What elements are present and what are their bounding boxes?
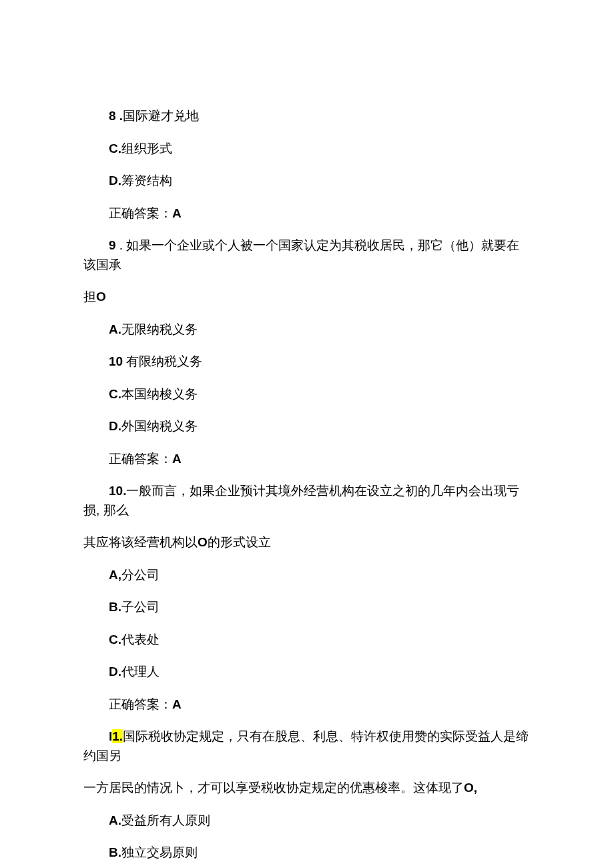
text-segment: 一方居民的情况卜，才可以享受税收协定规定的优惠梭率。这体现了 (83, 781, 464, 795)
text-segment: 筹资结构 (121, 173, 172, 187)
text-line: 一方居民的情况卜，才可以享受税收协定规定的优惠梭率。这体现了O, (83, 779, 531, 798)
text-segment: 受益所有人原则 (121, 813, 210, 827)
text-segment: D. (109, 419, 121, 433)
text-segment: 组织形式 (121, 141, 172, 155)
text-line: D.筹资结构 (83, 171, 531, 191)
text-line: 正确答案：A (83, 204, 531, 224)
text-line: A.无限纳税义务 (83, 320, 531, 340)
text-segment: 代表处 (121, 632, 160, 646)
text-segment: 的形式设立 (208, 535, 271, 549)
text-segment: O (198, 535, 208, 549)
text-segment: 代理人 (121, 665, 160, 679)
text-segment: 国际避才兑地 (123, 109, 199, 123)
document-page: 8 .国际避才兑地C.组织形式D.筹资结构正确答案：A9 . 如果一个企业或个人… (0, 0, 614, 868)
text-segment: 子公司 (121, 600, 160, 614)
text-segment: 本国纳梭义务 (121, 387, 198, 401)
text-segment: D. (109, 173, 121, 187)
text-segment: B. (109, 845, 121, 859)
text-segment: 8 . (109, 109, 123, 123)
text-segment: 9 (109, 238, 116, 252)
text-segment: D. (109, 665, 121, 679)
text-segment: 有限纳税义务 (123, 354, 202, 368)
text-line: I1.国际税收协定规定，只有在股息、利息、特许权使用赞的实际受益人是缔约国另 (83, 727, 531, 765)
text-segment: A (172, 697, 182, 711)
text-segment: C. (109, 632, 121, 646)
text-segment: O, (464, 781, 477, 795)
text-line: 9 . 如果一个企业或个人被一个国家认定为其税收居民，那它（他）就要在该国承 (83, 236, 531, 274)
text-line: 正确答案：A (83, 695, 531, 715)
text-line: B.独立交易原则 (83, 843, 531, 863)
text-line: 10 有限纳税义务 (83, 352, 531, 372)
text-segment: A. (109, 322, 121, 336)
text-line: C.组织形式 (83, 139, 531, 159)
text-segment: B. (109, 600, 121, 614)
text-segment: 其应将该经营机构以 (83, 535, 198, 549)
text-segment: 外国纳税义务 (121, 419, 198, 433)
text-segment: A. (109, 813, 121, 827)
text-line: A.受益所有人原则 (83, 811, 531, 831)
document-content: 8 .国际避才兑地C.组织形式D.筹资结构正确答案：A9 . 如果一个企业或个人… (83, 107, 531, 868)
text-line: 其应将该经营机构以O的形式设立 (83, 533, 531, 552)
text-segment: A (172, 452, 182, 466)
text-line: B.子公司 (83, 598, 531, 617)
text-segment: 分公司 (121, 568, 160, 582)
text-line: 10.一般而言，如果企业预计其境外经营机构在设立之初的几年内会出现亏损, 那么 (83, 482, 531, 520)
text-segment: C. (109, 387, 121, 401)
text-segment: 正确答案： (109, 697, 172, 711)
text-segment: O (96, 290, 106, 304)
text-segment: A (172, 206, 182, 220)
text-segment: 1. (112, 729, 123, 743)
text-line: C.本国纳梭义务 (83, 385, 531, 404)
text-segment: A, (109, 568, 121, 582)
text-segment: 一般而言，如果企业预计其境外经营机构在设立之初的几年内会出现亏损, 那么 (83, 484, 519, 517)
text-line: 担O (83, 288, 531, 307)
text-line: A,分公司 (83, 566, 531, 585)
text-segment: 独立交易原则 (121, 845, 198, 859)
text-line: D.代理人 (83, 663, 531, 682)
text-line: C.代表处 (83, 630, 531, 650)
text-segment: 正确答案： (109, 206, 172, 220)
text-line: 8 .国际避才兑地 (83, 107, 531, 126)
text-segment: 10 (109, 354, 123, 368)
text-segment: 无限纳税义务 (121, 322, 198, 336)
text-line: 正确答案：A (83, 450, 531, 469)
text-segment: 正确答案： (109, 452, 172, 466)
text-segment: C. (109, 141, 121, 155)
text-segment: 国际税收协定规定，只有在股息、利息、特许权使用赞的实际受益人是缔约国另 (83, 729, 529, 763)
text-segment: 10. (109, 484, 126, 498)
text-segment: . 如果一个企业或个人被一个国家认定为其税收居民，那它（他）就要在该国承 (83, 238, 519, 272)
text-segment: 担 (83, 290, 96, 304)
text-line: D.外国纳税义务 (83, 417, 531, 436)
